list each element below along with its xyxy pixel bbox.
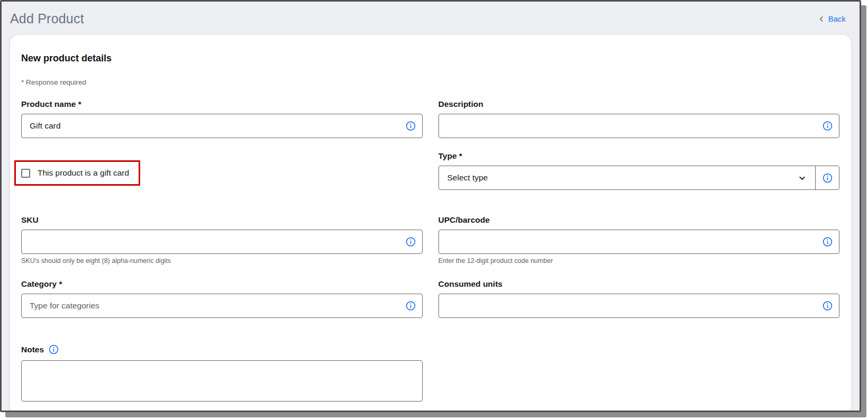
type-select[interactable]: Select type (439, 166, 816, 189)
chevron-down-icon (798, 174, 807, 183)
info-icon[interactable] (823, 237, 833, 247)
category-input[interactable] (21, 294, 423, 318)
upc-helper-text: Enter the 12-digit product code number (438, 257, 840, 265)
chevron-left-icon (817, 15, 826, 23)
new-product-details-card: New product details * Response required … (10, 35, 851, 412)
type-field-group: Type * Select type (438, 151, 840, 190)
form-title: New product details (21, 53, 839, 64)
consumed-units-input[interactable] (438, 294, 840, 318)
required-note: * Response required (21, 78, 839, 86)
add-product-window: Add Product Back New product details * R… (0, 0, 861, 412)
consumed-units-field-group: Consumed units (438, 279, 840, 318)
annotation-highlight-box: This product is a gift card (14, 160, 140, 186)
sku-field-group: SKU SKU's should only be eight (8) alpha… (21, 215, 423, 265)
info-icon[interactable] (406, 121, 416, 131)
type-select-group: Select type (438, 166, 840, 190)
info-icon[interactable] (823, 301, 833, 311)
info-icon[interactable] (406, 301, 416, 311)
notes-field-group: Notes (21, 344, 423, 404)
info-icon[interactable] (823, 121, 833, 131)
form-grid: Product name * Description (21, 99, 839, 404)
description-input[interactable] (438, 114, 840, 138)
info-icon[interactable] (406, 237, 416, 247)
page-header: Add Product Back (2, 2, 860, 32)
category-label: Category * (21, 279, 423, 289)
product-name-label: Product name * (21, 99, 423, 109)
type-label: Type * (438, 151, 840, 161)
type-select-value: Select type (447, 173, 488, 183)
back-button[interactable]: Back (817, 14, 846, 23)
gift-card-checkbox[interactable] (21, 169, 30, 178)
notes-label: Notes (21, 345, 44, 354)
notes-textarea[interactable] (21, 360, 423, 402)
back-button-label: Back (828, 14, 846, 23)
sku-helper-text: SKU's should only be eight (8) alpha-num… (21, 257, 423, 265)
gift-card-checkbox-label[interactable]: This product is a gift card (38, 168, 129, 178)
info-icon[interactable] (823, 173, 833, 183)
upc-field-group: UPC/barcode Enter the 12-digit product c… (438, 215, 840, 265)
gift-card-checkbox-cell: This product is a gift card (21, 138, 423, 186)
sku-label: SKU (21, 215, 423, 225)
description-label: Description (438, 99, 840, 109)
description-field-group: Description (438, 99, 840, 138)
category-field-group: Category * (21, 279, 423, 318)
product-name-input[interactable] (21, 114, 423, 138)
page-title: Add Product (10, 11, 84, 26)
info-icon[interactable] (49, 344, 59, 354)
type-info-section (816, 166, 839, 189)
upc-input[interactable] (438, 230, 840, 254)
consumed-units-label: Consumed units (438, 279, 840, 289)
product-name-field-group: Product name * (21, 99, 423, 138)
sku-input[interactable] (21, 230, 423, 254)
upc-label: UPC/barcode (438, 215, 840, 225)
